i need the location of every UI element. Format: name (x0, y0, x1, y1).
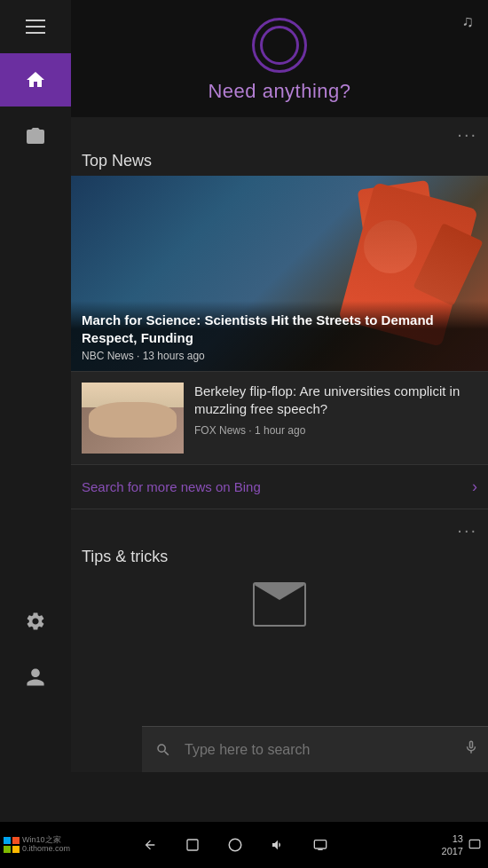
second-news-headline: Berkeley flip-flop: Are universities com… (194, 383, 477, 419)
svg-point-1 (229, 839, 241, 851)
tips-label: Tips & tricks (71, 544, 488, 573)
search-bar[interactable] (142, 726, 488, 772)
hamburger-icon (26, 20, 45, 34)
notification-icon[interactable] (468, 838, 481, 853)
watermark: Win10之家 0.ithome.com (22, 836, 70, 854)
cortana-circle-button[interactable] (221, 831, 249, 859)
second-news-thumbnail (82, 383, 184, 454)
section-options-menu[interactable]: ··· (71, 117, 488, 148)
svg-rect-3 (469, 840, 480, 848)
svg-rect-0 (187, 840, 198, 850)
taskbar-right: 13 2017 (399, 832, 488, 858)
featured-news-headline: March for Science: Scientists Hit the St… (82, 312, 477, 346)
taskbar-time: 13 2017 (442, 832, 463, 858)
tips-section: ··· Tips & tricks (71, 509, 488, 635)
windows-logo-icon[interactable] (4, 837, 20, 853)
sidebar-item-home[interactable] (0, 53, 71, 107)
mail-chevron (255, 584, 304, 607)
taskbar-left: Win10之家 0.ithome.com (0, 836, 71, 854)
search-input[interactable] (185, 742, 454, 758)
search-bing-link[interactable]: Search for more news on Bing › (71, 464, 488, 509)
camera-icon (25, 126, 46, 147)
sidebar-bottom (0, 596, 71, 701)
chevron-right-icon: › (472, 477, 477, 496)
cortana-logo (252, 18, 307, 73)
taskbar-center (71, 831, 399, 859)
tablet-mode-button[interactable] (178, 831, 207, 859)
microphone-icon[interactable] (463, 739, 479, 760)
music-icon[interactable]: ♫ (462, 12, 475, 31)
header-area: ♫ Need anything? (71, 0, 488, 117)
home-icon (25, 69, 46, 91)
menu-button[interactable] (0, 0, 71, 53)
search-bing-text: Search for more news on Bing (82, 479, 261, 494)
search-icon (151, 738, 176, 762)
back-button[interactable] (136, 831, 164, 859)
featured-news-meta: NBC News · 13 hours ago (82, 350, 477, 362)
main-content: ♫ Need anything? ··· Top News March for … (71, 0, 488, 772)
sidebar-item-camera[interactable] (0, 110, 71, 163)
tips-options-menu[interactable]: ··· (71, 513, 488, 544)
cortana-inner-ring (260, 26, 299, 65)
volume-button[interactable] (264, 831, 292, 859)
top-news-label: Top News (71, 148, 488, 176)
display-button[interactable] (306, 831, 335, 859)
page-title: Need anything? (208, 80, 350, 103)
thumb-face (89, 402, 177, 438)
taskbar: Win10之家 0.ithome.com 13 2017 (0, 822, 488, 868)
svg-rect-2 (314, 840, 326, 848)
featured-news-card[interactable]: March for Science: Scientists Hit the St… (71, 176, 488, 371)
news-bg-circle (364, 220, 417, 273)
mail-icon (253, 582, 306, 627)
sidebar-item-settings[interactable] (0, 596, 71, 645)
tips-icon-area (71, 573, 488, 635)
gear-icon (25, 611, 46, 632)
sidebar-item-user[interactable] (0, 652, 71, 701)
second-news-meta: FOX News · 1 hour ago (194, 424, 477, 437)
second-news-card[interactable]: Berkeley flip-flop: Are universities com… (71, 371, 488, 464)
featured-news-overlay: March for Science: Scientists Hit the St… (71, 301, 488, 371)
sidebar (0, 0, 71, 772)
user-icon (25, 667, 46, 688)
second-news-content: Berkeley flip-flop: Are universities com… (194, 383, 477, 437)
